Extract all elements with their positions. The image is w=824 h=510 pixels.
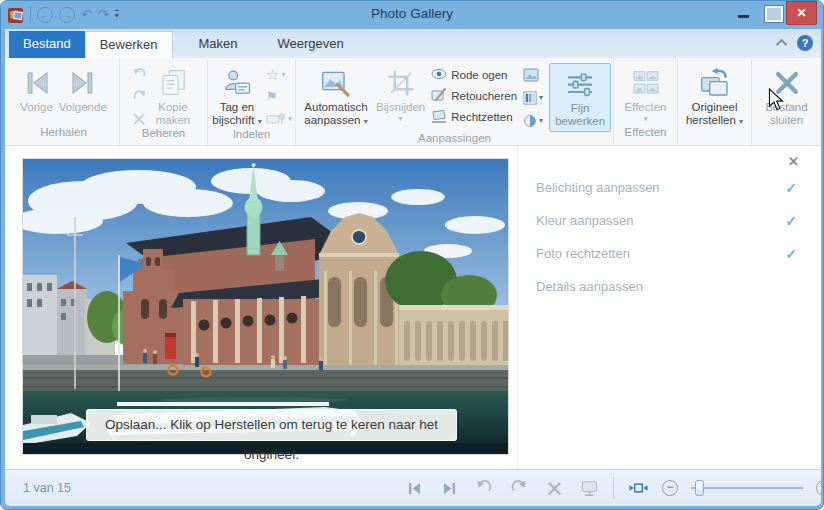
- ribbon: Vorige Volgende Herhalen: [5, 58, 821, 146]
- noise-reduction-button[interactable]: [523, 66, 543, 83]
- minimize-button[interactable]: [730, 1, 758, 25]
- details-label: Details aanpassen: [536, 279, 643, 294]
- tab-strip-right-controls: ?: [779, 35, 813, 51]
- photo-image: Opslaan... Klik op Herstellen om terug t…: [23, 159, 508, 454]
- origineel-label: Origineel herstellen: [686, 101, 738, 126]
- color-button[interactable]: ▾: [523, 89, 543, 106]
- kopie-maken-button[interactable]: Kopie maken: [151, 62, 195, 127]
- crop-icon: [386, 65, 416, 101]
- app-icon[interactable]: [7, 7, 24, 24]
- effects-grid-icon: [631, 65, 661, 101]
- save-status-caption: Opslaan... Klik op Herstellen om terug t…: [86, 409, 457, 441]
- ribbon-group-aanpassingen: Automatisch aanpassen ▾ Bijsnijden ▾ Rod…: [296, 58, 614, 145]
- ribbon-tab-strip: Bestand Bewerken Maken Weergeven ?: [5, 29, 821, 58]
- group-label-beheren: Beheren: [120, 127, 207, 145]
- dropdown-caret: ▾: [399, 114, 403, 123]
- vorige-button[interactable]: Vorige: [20, 62, 53, 114]
- dropdown-caret: ▾: [643, 114, 647, 123]
- qat-separator: [30, 7, 31, 23]
- copy-icon: [158, 65, 188, 101]
- tab-maken[interactable]: Maken: [185, 31, 252, 58]
- straighten-icon: [431, 108, 447, 126]
- volgende-button[interactable]: Volgende: [59, 62, 107, 114]
- check-icon: ✓: [785, 246, 797, 262]
- forward-button[interactable]: →: [59, 7, 75, 23]
- rotate-left-icon[interactable]: [132, 66, 147, 83]
- red-eye-icon: [431, 66, 447, 84]
- dropdown-caret: ▾: [281, 70, 285, 79]
- rode-ogen-label: Rode ogen: [451, 69, 507, 81]
- retoucheren-label: Retoucheren: [451, 90, 517, 102]
- bijsnijden-button[interactable]: Bijsnijden ▾: [376, 62, 425, 123]
- delete-icon[interactable]: [543, 477, 565, 499]
- dropdown-caret: ▾: [258, 117, 262, 126]
- rotate-left-icon[interactable]: [473, 477, 495, 499]
- customize-qat-button[interactable]: ▾: [115, 10, 119, 20]
- star-icon: ☆: [266, 67, 279, 82]
- fine-tune-sliders-icon: [564, 66, 596, 102]
- ribbon-group-beheren: Kopie maken Beheren: [120, 58, 208, 145]
- origineel-herstellen-button[interactable]: Origineel herstellen ▾: [684, 62, 746, 128]
- dropdown-caret: ▾: [288, 114, 292, 123]
- tag-label: Tag en bijschrift: [212, 101, 254, 126]
- delete-icon[interactable]: [132, 110, 147, 127]
- geotag-button[interactable]: ▾: [266, 110, 292, 127]
- next-photo-icon[interactable]: [438, 477, 460, 499]
- rechtzetten-button[interactable]: Rechtzetten: [431, 106, 517, 127]
- zoom-out-icon[interactable]: −: [662, 480, 678, 496]
- fijn-bewerken-label: Fijn bewerken: [554, 102, 606, 128]
- ribbon-group-effecten: Effecten ▾ Effecten: [614, 58, 678, 145]
- skip-previous-icon: [22, 65, 52, 101]
- retoucheren-button[interactable]: Retoucheren: [431, 85, 517, 106]
- check-icon: ✓: [785, 180, 797, 196]
- rating-button[interactable]: ☆ ▾: [266, 66, 292, 83]
- rotate-right-icon[interactable]: [508, 477, 530, 499]
- maximize-button[interactable]: [758, 1, 786, 25]
- auto-adjust-icon: [320, 65, 352, 101]
- photo-counter: 1 van 15: [23, 481, 71, 495]
- panel-item-details[interactable]: Details aanpassen: [536, 279, 804, 301]
- panel-item-rechtzetten[interactable]: Foto rechtzetten: [536, 246, 804, 268]
- ribbon-group-indelen: Tag en bijschrift ▾ ☆ ▾ ⚑ ▾ Indel: [208, 58, 296, 145]
- automatisch-aanpassen-button[interactable]: Automatisch aanpassen ▾: [302, 62, 370, 128]
- fijn-bewerken-button[interactable]: Fijn bewerken: [549, 63, 611, 132]
- flag-icon: ⚑: [266, 90, 278, 104]
- previous-photo-icon[interactable]: [403, 477, 425, 499]
- collapse-ribbon-icon[interactable]: [776, 39, 787, 50]
- window-title: Photo Gallery: [371, 6, 453, 21]
- rotate-right-icon[interactable]: [132, 88, 147, 105]
- fit-to-window-icon[interactable]: [627, 477, 649, 499]
- back-button[interactable]: ←: [37, 7, 53, 23]
- ribbon-group-origineel: Origineel herstellen ▾: [678, 58, 752, 145]
- belichting-label: Belichting aanpassen: [536, 180, 660, 195]
- zoom-slider-track: [691, 487, 803, 489]
- close-button[interactable]: ✕: [786, 1, 817, 25]
- tab-bewerken[interactable]: Bewerken: [85, 31, 173, 58]
- dropdown-caret: ▾: [364, 117, 368, 126]
- zoom-in-icon[interactable]: +: [816, 480, 824, 496]
- group-label-indelen: Indelen: [208, 128, 295, 145]
- kleur-label: Kleur aanpassen: [536, 213, 634, 228]
- zoom-slider[interactable]: [691, 479, 803, 497]
- panel-item-belichting[interactable]: Belichting aanpassen: [536, 180, 804, 202]
- help-icon[interactable]: ?: [797, 35, 813, 51]
- rechtzetten-label: Rechtzetten: [451, 111, 512, 123]
- exposure-button[interactable]: ▾: [523, 112, 543, 129]
- dropdown-caret: ▾: [539, 93, 543, 102]
- rode-ogen-button[interactable]: Rode ogen: [431, 64, 517, 85]
- panel-close-icon[interactable]: ✕: [788, 154, 799, 169]
- rechtzetten-step-label: Foto rechtzetten: [536, 246, 630, 261]
- tag-en-bijschrift-button[interactable]: Tag en bijschrift ▾: [211, 62, 263, 128]
- tab-bestand[interactable]: Bestand: [9, 31, 85, 58]
- person-tag-icon: [222, 65, 252, 101]
- slideshow-icon[interactable]: [578, 477, 600, 499]
- flag-button[interactable]: ⚑: [266, 88, 292, 105]
- effecten-button[interactable]: Effecten ▾: [625, 62, 667, 123]
- panel-item-kleur[interactable]: Kleur aanpassen: [536, 213, 804, 235]
- ribbon-group-herhalen: Vorige Volgende Herhalen: [8, 58, 120, 145]
- undo-button[interactable]: ↶: [81, 7, 92, 23]
- zoom-slider-thumb[interactable]: [695, 480, 704, 496]
- check-icon: ✓: [785, 213, 797, 229]
- redo-button[interactable]: ↷: [98, 7, 109, 23]
- tab-weergeven[interactable]: Weergeven: [264, 31, 358, 58]
